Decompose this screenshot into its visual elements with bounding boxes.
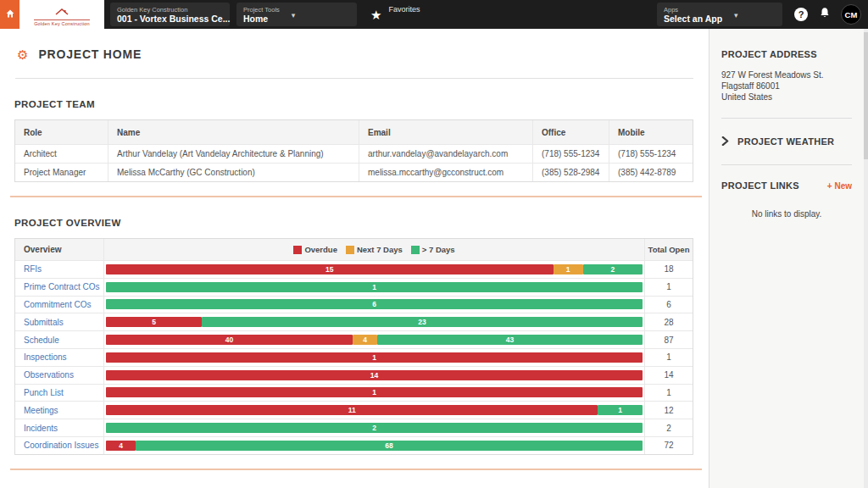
project-address-heading: PROJECT ADDRESS: [721, 49, 852, 59]
new-link-button[interactable]: + New: [827, 181, 852, 191]
company-logo-text: Golden Key Construction: [34, 19, 90, 26]
star-icon[interactable]: ★: [370, 8, 381, 21]
company-selector-value: 001 - Vortex Business Ce...: [117, 14, 230, 24]
top-navigation-bar: Golden Key Construction Golden Key Const…: [0, 0, 868, 29]
apps-selector-value: Select an App: [664, 14, 722, 24]
avatar-initials: CM: [845, 10, 858, 19]
overview-link-incidents[interactable]: Incidents: [24, 424, 58, 433]
bar-segment-overdue: 14: [106, 370, 643, 380]
overview-link-punch-list[interactable]: Punch List: [24, 388, 64, 397]
company-project-selector[interactable]: Golden Key Construction 001 - Vortex Bus…: [110, 3, 230, 26]
help-button[interactable]: ?: [794, 8, 808, 21]
page-title: PROJECT HOME: [38, 47, 142, 61]
bar-segment-gt7: 23: [202, 317, 643, 327]
user-avatar[interactable]: CM: [841, 4, 861, 25]
col-header-office: Office: [533, 120, 609, 144]
total-open-value: 72: [644, 437, 693, 454]
stacked-bar: 468: [106, 441, 643, 451]
company-selector-label: Golden Key Construction: [117, 6, 230, 14]
notifications-button[interactable]: [819, 7, 831, 22]
total-open-value: 18: [644, 261, 693, 278]
overview-row: Meetings 111 12: [15, 401, 693, 419]
vertical-scrollbar[interactable]: [864, 29, 868, 488]
tools-selector-label: Project Tools: [243, 6, 280, 14]
next7-swatch-icon: [346, 246, 354, 254]
overview-link-observations[interactable]: Observations: [24, 370, 74, 380]
company-logo[interactable]: Golden Key Construction: [19, 0, 104, 29]
stacked-bar: 40443: [106, 335, 643, 345]
project-overview-heading: PROJECT OVERVIEW: [14, 218, 709, 228]
project-links-heading: PROJECT LINKS: [721, 180, 799, 191]
overdue-swatch-icon: [293, 246, 302, 254]
apps-selector[interactable]: Apps Select an App ▾: [657, 3, 782, 26]
overview-row: Schedule 40443 87: [15, 330, 693, 348]
home-icon: [5, 7, 15, 22]
overview-row: Observations 14 14: [15, 366, 693, 384]
overview-link-inspections[interactable]: Inspections: [24, 352, 67, 362]
team-office: (718) 555-1234: [533, 145, 609, 163]
apps-selector-label: Apps: [664, 6, 722, 14]
total-open-value: 1: [644, 279, 693, 296]
bar-segment-gt7: 1: [598, 405, 643, 415]
bar-segment-overdue: 40: [106, 335, 353, 345]
links-empty-message: No links to display.: [721, 209, 852, 219]
address-line: Flagstaff 86001: [721, 80, 852, 92]
bar-segment-gt7: 43: [377, 335, 643, 345]
project-tools-selector[interactable]: Project Tools Home ▾: [236, 3, 357, 26]
favorites-label: Favorites: [388, 5, 420, 14]
project-overview-table: Overview Overdue Next 7 Days > 7 Days: [14, 238, 693, 455]
col-header-mobile: Mobile: [609, 120, 693, 144]
legend-item-gt7: > 7 Days: [411, 245, 455, 254]
overview-link-submittals[interactable]: Submittals: [24, 318, 64, 327]
team-email: melissa.mccarthy@gcconstruct.com: [359, 164, 533, 181]
stacked-bar: 1: [106, 282, 643, 292]
right-sidebar: PROJECT ADDRESS 927 W Forest Meadows St.…: [709, 29, 864, 488]
question-mark-icon: ?: [798, 9, 804, 19]
overview-link-coordination-issues[interactable]: Coordination Issues: [24, 441, 98, 450]
gt7-swatch-icon: [411, 246, 420, 254]
stacked-bar: 1: [106, 387, 643, 397]
stacked-bar: 1512: [106, 264, 643, 274]
overview-row: RFIs 1512 18: [15, 260, 693, 278]
overview-link-meetings[interactable]: Meetings: [24, 406, 58, 415]
team-email: arthur.vandelay@avandelayarch.com: [359, 145, 533, 163]
team-table-header: Role Name Email Office Mobile: [15, 120, 693, 144]
overview-row: Commitment COs 6 6: [15, 296, 693, 313]
scrollbar-thumb[interactable]: [864, 32, 868, 159]
project-weather-toggle[interactable]: PROJECT WEATHER: [721, 134, 852, 149]
overview-link-commitment-cos[interactable]: Commitment COs: [24, 300, 91, 309]
stacked-bar: 523: [106, 317, 643, 327]
overview-link-rfis[interactable]: RFIs: [24, 264, 42, 274]
chevron-down-icon: ▾: [734, 11, 738, 19]
team-name: Melissa McCarthy (GC Construction): [108, 164, 359, 181]
total-open-value: 2: [644, 419, 693, 436]
bar-segment-overdue: 5: [106, 317, 202, 327]
bar-segment-next7: 4: [353, 335, 377, 345]
section-divider: [10, 196, 702, 197]
stacked-bar: 111: [106, 405, 643, 415]
team-office: (385) 528-2984: [533, 164, 609, 181]
chart-legend: Overdue Next 7 Days > 7 Days: [106, 245, 643, 254]
gear-icon: ⚙: [17, 48, 28, 61]
home-button[interactable]: [0, 0, 19, 29]
bar-segment-gt7: 2: [583, 264, 643, 274]
team-role: Project Manager: [15, 164, 108, 181]
chevron-down-icon: ▾: [292, 11, 296, 19]
title-divider: [15, 78, 693, 79]
chevron-right-icon: [721, 134, 737, 149]
address-line: United States: [721, 92, 852, 103]
favorites-control[interactable]: ★ Favorites: [370, 8, 420, 21]
total-open-value: 1: [644, 385, 693, 402]
overview-row: Inspections 1 1: [15, 348, 693, 366]
bar-segment-overdue: 1: [106, 352, 643, 363]
overview-row: Incidents 2 2: [15, 419, 693, 436]
stacked-bar: 1: [106, 352, 643, 363]
section-divider: [10, 469, 702, 470]
table-row: Project Manager Melissa McCarthy (GC Con…: [15, 163, 693, 181]
overview-link-prime-contract-cos[interactable]: Prime Contract COs: [24, 282, 99, 291]
team-name: Arthur Vandelay (Art Vandelay Architectu…: [108, 145, 359, 163]
project-team-heading: PROJECT TEAM: [14, 99, 709, 109]
overview-link-schedule[interactable]: Schedule: [24, 336, 59, 345]
project-weather-heading: PROJECT WEATHER: [737, 136, 834, 147]
company-logo-roof-icon: [55, 3, 69, 19]
